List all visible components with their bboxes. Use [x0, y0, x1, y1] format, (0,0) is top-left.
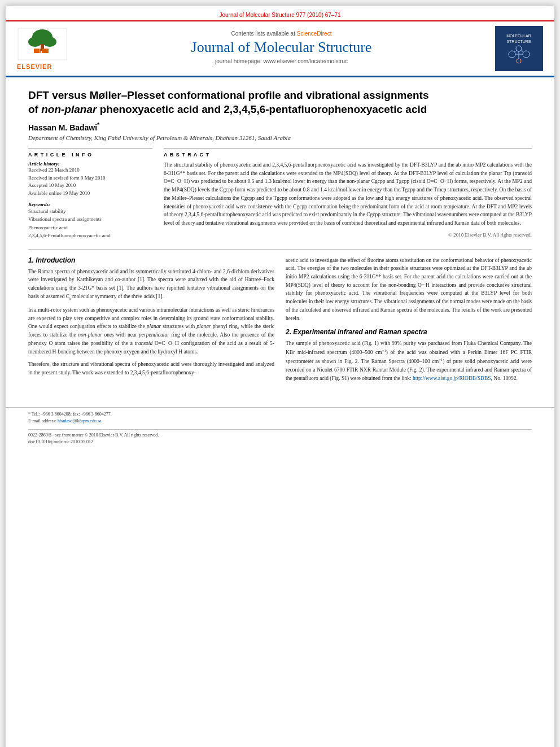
article-title: DFT versus Møller–Plesset conformational…: [28, 89, 532, 116]
svg-rect-6: [42, 49, 49, 53]
keywords-label: Keywords:: [28, 202, 152, 207]
svg-text:MOLECULAR: MOLECULAR: [506, 34, 531, 38]
keyword-4: 2,3,4,5,6-Pentafluorophenoxyacetic acid: [28, 231, 152, 239]
molecular-structure-image: MOLECULAR STRUCTURE: [495, 26, 543, 71]
author-line: Hassan M. Badawi*: [28, 122, 532, 132]
accepted-date: Accepted 10 May 2010: [28, 182, 152, 190]
star-footnote: * Tel.: +966 3 8604208; fax: +966 3 8604…: [28, 411, 532, 418]
title-part3: phenoxyacetic acid and 2,3,4,5,6-pentafl…: [97, 103, 427, 115]
journal-ref: Journal of Molecular Structure 977 (2010…: [219, 12, 340, 18]
main-content: DFT versus Møller–Plesset conformational…: [6, 77, 554, 398]
sciencedirect-link[interactable]: ScienceDirect: [297, 30, 332, 37]
article-info-abstract-cols: A R T I C L E I N F O Article history: R…: [28, 148, 532, 240]
svg-rect-8: [495, 26, 543, 71]
article-info-label: A R T I C L E I N F O: [28, 152, 152, 158]
section-divider: [28, 249, 532, 250]
author-star: *: [97, 122, 99, 128]
received-date: Received 22 March 2010: [28, 167, 152, 174]
journal-top-bar: Journal of Molecular Structure 977 (2010…: [6, 6, 554, 21]
contents-text: Contents lists available at: [231, 30, 295, 37]
body-columns: 1. Introduction The Raman spectra of phe…: [28, 256, 532, 387]
title-part1: DFT versus Møller–Plesset conformational…: [28, 89, 429, 101]
keyword-2: Vibrational spectra and assignments: [28, 215, 152, 223]
article-info-section: A R T I C L E I N F O Article history: R…: [28, 148, 152, 240]
section1-title: 1. Introduction: [28, 256, 274, 264]
body-col-right: acetic acid to investigate the effect of…: [286, 256, 532, 387]
available-date: Available online 19 May 2010: [28, 190, 152, 198]
elsevier-logo-area: ELSEVIER: [17, 27, 68, 70]
homepage-line: journal homepage: www.elsevier.com/locat…: [68, 58, 495, 64]
footer-divider: [28, 429, 532, 430]
abstract-col: A B S T R A C T The structural stability…: [164, 148, 532, 240]
journal-header-center: Contents lists available at ScienceDirec…: [68, 30, 495, 67]
abstract-text: The structural stability of phenoxyaceti…: [164, 161, 532, 228]
keyword-3: Phenoxyacetic acid: [28, 224, 152, 231]
keyword-1: Structural stability: [28, 207, 152, 215]
svg-point-3: [43, 37, 56, 47]
footer-left: 0022-2860/$ - see front matter © 2010 El…: [28, 432, 532, 439]
article-info-col: A R T I C L E I N F O Article history: R…: [28, 148, 152, 240]
title-italic: non-planar: [41, 103, 97, 115]
affiliation: Department of Chemistry, King Fahd Unive…: [28, 134, 532, 141]
body-col-left: 1. Introduction The Raman spectra of phe…: [28, 256, 274, 387]
email-label: E-mail address:: [28, 418, 56, 423]
elsevier-name: ELSEVIER: [17, 63, 68, 70]
riodb-link[interactable]: http://www.aist.go.jp/RIODB/SDBS: [413, 375, 491, 381]
abstract-section: A B S T R A C T The structural stability…: [164, 148, 532, 238]
keywords-section: Keywords: Structural stability Vibration…: [28, 202, 152, 240]
section1-para3: Therefore, the structure and vibrational…: [28, 360, 274, 377]
section1-para2: In a multi-rotor system such as phenoxya…: [28, 306, 274, 356]
contents-line: Contents lists available at ScienceDirec…: [68, 30, 495, 37]
revised-date: Received in revised form 9 May 2010: [28, 174, 152, 182]
section2-para1: The sample of phenoxyacetic acid (Fig. 1…: [286, 339, 532, 382]
email-footnote: E-mail address: hbadawi@kfupm.edu.sa: [28, 418, 532, 425]
section1-right-para1: acetic acid to investigate the effect of…: [286, 256, 532, 323]
elsevier-tree-icon: [17, 27, 68, 61]
abstract-label: A B S T R A C T: [164, 152, 532, 158]
history-label: Article history:: [28, 161, 152, 167]
title-part2: of non-planar phenoxyacetic acid and 2,3…: [28, 103, 427, 115]
section2-title: 2. Experimental infrared and Raman spect…: [286, 328, 532, 336]
author-name: Hassan M. Badawi: [28, 123, 97, 132]
svg-point-2: [28, 37, 42, 47]
section1-para1: The Raman spectra of phenoxyacetic acid …: [28, 268, 274, 302]
svg-text:STRUCTURE: STRUCTURE: [506, 40, 531, 43]
journal-header: ELSEVIER Contents lists available at Sci…: [6, 21, 554, 77]
article-history: Article history: Received 22 March 2010 …: [28, 161, 152, 197]
copyright-line: © 2010 Elsevier B.V. All rights reserved…: [164, 232, 532, 238]
page: Journal of Molecular Structure 977 (2010…: [6, 6, 554, 747]
doi-line: doi:10.1016/j.molstruc.2010.05.012: [28, 439, 532, 445]
footnote-area: * Tel.: +966 3 8604208; fax: +966 3 8604…: [6, 407, 554, 451]
journal-title: Journal of Molecular Structure: [68, 39, 495, 56]
email-address[interactable]: hbadawi@kfupm.edu.sa: [58, 418, 102, 423]
